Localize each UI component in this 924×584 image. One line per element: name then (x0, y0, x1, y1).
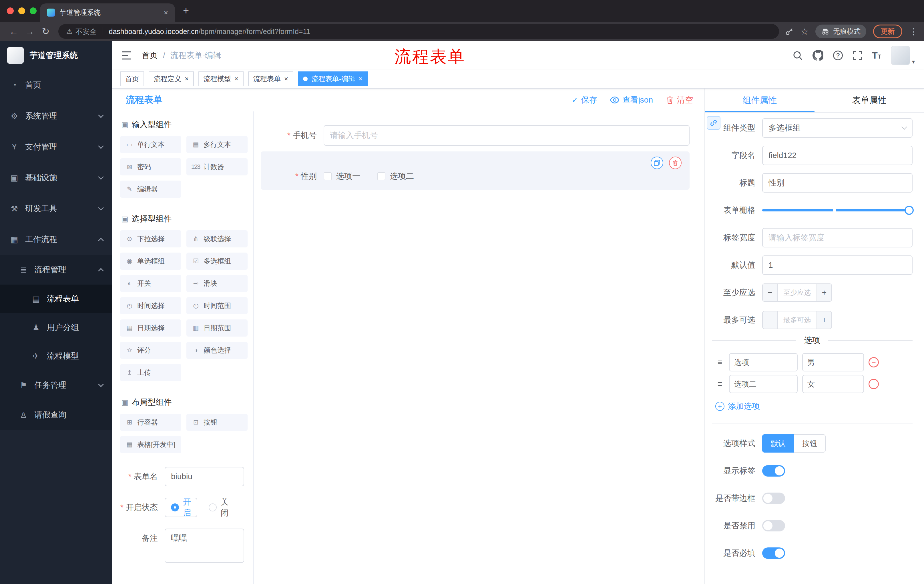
sidebar-item-process-form[interactable]: ▤ 流程表单 (0, 285, 112, 313)
form-name-input[interactable] (165, 467, 244, 486)
component-button[interactable]: ⊡按钮 (186, 414, 248, 431)
show-label-switch[interactable] (762, 465, 785, 477)
clear-button[interactable]: 清空 (665, 95, 693, 105)
tag-process-model[interactable]: 流程模型 × (198, 71, 244, 86)
tab-close-icon[interactable]: × (164, 8, 168, 17)
status-radio-off[interactable]: 关闭 (209, 497, 233, 518)
sidebar-item-home[interactable]: ◔ 首页 (0, 70, 112, 100)
status-radio-on[interactable]: 开启 (165, 498, 197, 517)
option-label-input[interactable] (729, 375, 798, 393)
zoom-window-button[interactable] (30, 7, 36, 14)
phone-field[interactable]: 手机号 (261, 125, 690, 146)
reload-icon[interactable]: ↻ (38, 26, 54, 37)
sidebar-item-infra[interactable]: ▣ 基础设施 (0, 162, 112, 193)
link-icon[interactable] (707, 116, 721, 130)
address-bar[interactable]: ⚠ 不安全 dashboard.yudao.iocoder.cn /bpm/ma… (58, 24, 779, 39)
browser-tab[interactable]: 芋道管理系统 × (40, 3, 175, 22)
max-select-value[interactable]: 最多可选 (778, 311, 817, 329)
remove-option-icon[interactable]: − (868, 357, 879, 367)
gender-checkbox-option2[interactable]: 选项二 (377, 171, 414, 182)
sidebar-item-process-model[interactable]: ✈ 流程模型 (0, 342, 112, 370)
security-label[interactable]: 不安全 (76, 27, 97, 36)
option-value-input[interactable] (802, 353, 864, 372)
font-size-icon[interactable]: TT (872, 51, 881, 60)
component-multi-line-text[interactable]: ▤多行文本 (186, 136, 248, 153)
sidebar-item-workflow[interactable]: ▦ 工作流程 (0, 224, 112, 255)
update-button[interactable]: 更新 (873, 25, 902, 38)
password-key-icon[interactable] (785, 27, 794, 36)
close-icon[interactable]: × (284, 76, 288, 82)
component-select[interactable]: ⊙下拉选择 (120, 230, 181, 247)
new-tab-button[interactable]: + (183, 6, 189, 16)
sidebar-item-leave-query[interactable]: ♙ 请假查询 (0, 400, 112, 430)
user-avatar[interactable]: ▾ (891, 46, 915, 65)
forward-icon[interactable]: → (22, 26, 38, 37)
component-checkbox-group[interactable]: ☑多选框组 (186, 253, 248, 270)
sidebar-item-devtools[interactable]: ⚒ 研发工具 (0, 193, 112, 224)
search-icon[interactable] (792, 50, 803, 61)
tag-process-form-edit[interactable]: 流程表单-编辑 × (298, 71, 368, 86)
component-counter[interactable]: 123计数器 (186, 158, 248, 175)
remove-option-icon[interactable]: − (868, 379, 879, 389)
tab-form-props[interactable]: 表单属性 (815, 89, 924, 112)
style-button-button[interactable]: 按钮 (794, 434, 826, 452)
style-default-button[interactable]: 默认 (762, 434, 794, 452)
field-name-input[interactable] (762, 146, 912, 165)
disabled-switch[interactable] (762, 520, 785, 531)
default-value-input[interactable] (762, 255, 912, 275)
sidebar-item-system[interactable]: ⚙ 系统管理 (0, 100, 112, 132)
fullscreen-icon[interactable] (853, 51, 862, 60)
component-rate[interactable]: ☆评分 (120, 342, 181, 359)
title-input[interactable] (762, 173, 912, 192)
tag-process-form[interactable]: 流程表单 × (248, 71, 293, 86)
phone-input[interactable] (323, 125, 690, 146)
option-value-input[interactable] (802, 375, 864, 393)
component-date-range[interactable]: ▥日期范围 (186, 319, 248, 337)
minimize-window-button[interactable] (18, 7, 25, 14)
sidebar-item-process-mgmt[interactable]: ≣ 流程管理 (0, 255, 112, 285)
slider-handle[interactable] (904, 206, 914, 215)
component-color-picker[interactable]: ◑颜色选择 (186, 342, 248, 359)
close-icon[interactable]: × (358, 76, 363, 82)
browser-menu-icon[interactable]: ⋮ (909, 26, 918, 36)
remark-textarea[interactable]: 嘿嘿 (165, 528, 244, 563)
label-width-input[interactable] (762, 228, 912, 247)
tag-home[interactable]: 首页 (120, 71, 144, 86)
back-icon[interactable]: ← (6, 26, 22, 37)
help-icon[interactable]: ? (833, 51, 843, 60)
border-switch[interactable] (762, 493, 785, 504)
increase-button[interactable]: + (817, 311, 832, 329)
component-time-picker[interactable]: ◷时间选择 (120, 297, 181, 314)
sidebar-item-task-mgmt[interactable]: ⚑ 任务管理 (0, 370, 112, 400)
github-icon[interactable] (812, 50, 823, 61)
close-window-button[interactable] (7, 7, 14, 14)
tag-process-definition[interactable]: 流程定义 × (148, 71, 194, 86)
component-time-range[interactable]: ◴时间范围 (186, 297, 248, 314)
form-canvas[interactable]: 手机号 (254, 112, 705, 584)
view-json-button[interactable]: 查看json (610, 95, 653, 105)
breadcrumb-home[interactable]: 首页 (142, 50, 158, 61)
component-cascader[interactable]: ⋔级联选择 (186, 230, 248, 247)
component-slider[interactable]: ⊸滑块 (186, 275, 248, 292)
close-icon[interactable]: × (185, 76, 189, 82)
component-table[interactable]: ▦表格[开发中] (120, 436, 181, 453)
save-button[interactable]: ✓ 保存 (571, 95, 597, 105)
min-select-value[interactable]: 至少应选 (778, 284, 817, 301)
add-option-button[interactable]: + 添加选项 (715, 398, 912, 415)
bookmark-star-icon[interactable]: ☆ (801, 26, 808, 36)
delete-component-button[interactable] (669, 156, 681, 169)
sidebar-item-user-group[interactable]: ♟ 用户分组 (0, 313, 112, 342)
component-date-picker[interactable]: ▦日期选择 (120, 319, 181, 337)
sidebar-item-payment[interactable]: ¥ 支付管理 (0, 132, 112, 162)
component-single-line-text[interactable]: ▭单行文本 (120, 136, 181, 153)
selected-gender-field[interactable]: 性别 选项一 选项二 (261, 151, 690, 190)
copy-component-button[interactable] (651, 156, 663, 169)
drag-handle-icon[interactable]: ≡ (715, 380, 724, 388)
drag-handle-icon[interactable]: ≡ (715, 358, 724, 367)
component-row-container[interactable]: ⊞行容器 (120, 414, 181, 431)
component-upload[interactable]: ↥上传 (120, 364, 181, 381)
component-radio-group[interactable]: ◉单选框组 (120, 253, 181, 270)
component-switch[interactable]: ◐开关 (120, 275, 181, 292)
decrease-button[interactable]: − (763, 311, 778, 329)
form-grid-slider[interactable] (762, 201, 912, 220)
